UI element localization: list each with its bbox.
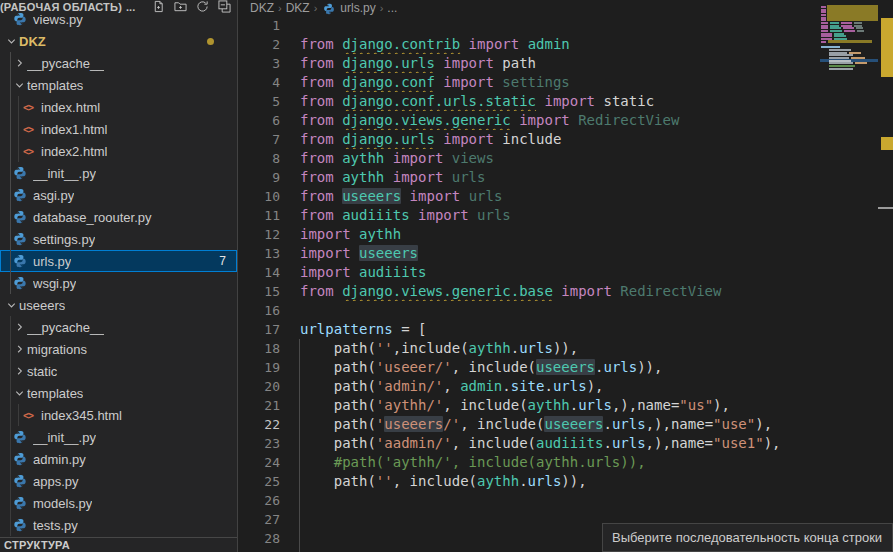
- code-line-9[interactable]: 9from aythh import urls: [238, 168, 893, 187]
- line-number[interactable]: 10: [238, 187, 300, 206]
- code-line-13[interactable]: 13import useeers: [238, 244, 893, 263]
- tree-item-tests.py[interactable]: tests.py: [0, 514, 237, 536]
- breadcrumb-item[interactable]: urls.py: [340, 1, 375, 15]
- line-number[interactable]: 19: [238, 358, 300, 377]
- code-line-15[interactable]: 15from django.views.generic.base import …: [238, 282, 893, 301]
- tree-item-database_roouter.py[interactable]: database_roouter.py: [0, 206, 237, 228]
- tree-item-templates[interactable]: templates: [0, 74, 237, 96]
- code-line-26[interactable]: 26: [238, 491, 893, 510]
- tree-item-index2.html[interactable]: <>index2.html: [0, 140, 237, 162]
- new-file-icon[interactable]: [152, 0, 165, 13]
- code-line-8[interactable]: 8from aythh import views: [238, 149, 893, 168]
- chevron-right-icon[interactable]: [12, 322, 27, 333]
- line-number[interactable]: 11: [238, 206, 300, 225]
- line-number[interactable]: 9: [238, 168, 300, 187]
- sidebar-resize-sash[interactable]: [237, 0, 238, 552]
- line-number[interactable]: 1: [238, 16, 300, 35]
- line-number[interactable]: 12: [238, 225, 300, 244]
- tree-item-__pycache__[interactable]: __pycache__: [0, 316, 237, 338]
- tree-item-__init__.py[interactable]: __init__.py: [0, 162, 237, 184]
- line-number[interactable]: 17: [238, 320, 300, 339]
- chevron-right-icon[interactable]: [12, 344, 27, 355]
- code-line-19[interactable]: 19 path('useeer/', include(useeers.urls)…: [238, 358, 893, 377]
- line-number[interactable]: 28: [238, 529, 300, 548]
- breadcrumb-item[interactable]: DKZ: [250, 1, 274, 15]
- line-number[interactable]: 3: [238, 54, 300, 73]
- line-number[interactable]: 23: [238, 434, 300, 453]
- breadcrumb-item[interactable]: ...: [387, 1, 397, 15]
- code-line-11[interactable]: 11from audiiits import urls: [238, 206, 893, 225]
- new-folder-icon[interactable]: [174, 0, 187, 13]
- code-line-21[interactable]: 21 path('aythh/', include(aythh.urls,),n…: [238, 396, 893, 415]
- line-number[interactable]: 18: [238, 339, 300, 358]
- line-number[interactable]: 6: [238, 111, 300, 130]
- line-number[interactable]: 21: [238, 396, 300, 415]
- minimap[interactable]: [820, 0, 878, 552]
- code-line-18[interactable]: 18 path('',include(aythh.urls)),: [238, 339, 893, 358]
- tree-item-admin.py[interactable]: admin.py: [0, 448, 237, 470]
- chevron-down-icon[interactable]: [12, 80, 27, 91]
- breadcrumb-item[interactable]: DKZ: [286, 1, 310, 15]
- chevron-down-icon[interactable]: [4, 300, 19, 311]
- code-line-24[interactable]: 24 #path('aythh/', include(aythh.urls)),: [238, 453, 893, 472]
- code-line-1[interactable]: 1: [238, 16, 893, 35]
- code-line-17[interactable]: 17urlpatterns = [: [238, 320, 893, 339]
- line-number[interactable]: 7: [238, 130, 300, 149]
- tree-item-__init__.py[interactable]: __init__.py: [0, 426, 237, 448]
- line-number[interactable]: 26: [238, 491, 300, 510]
- code-line-16[interactable]: 16: [238, 301, 893, 320]
- tree-item-wsgi.py[interactable]: wsgi.py: [0, 272, 237, 294]
- line-number[interactable]: 20: [238, 377, 300, 396]
- tree-item-DKZ[interactable]: DKZ: [0, 30, 237, 52]
- code-line-22[interactable]: 22 path('useeers/', include(useeers.urls…: [238, 415, 893, 434]
- tree-item-useeers[interactable]: useeers: [0, 294, 237, 316]
- tree-item-index1.html[interactable]: <>index1.html: [0, 118, 237, 140]
- code-line-14[interactable]: 14import audiiits: [238, 263, 893, 282]
- tree-item-models.py[interactable]: models.py: [0, 492, 237, 514]
- line-number[interactable]: 22: [238, 415, 300, 434]
- chevron-right-icon[interactable]: [12, 58, 27, 69]
- line-number[interactable]: 13: [238, 244, 300, 263]
- explorer-section-header[interactable]: (РАБОЧАЯ ОБЛАСТЬ) ...: [0, 0, 237, 13]
- code-line-20[interactable]: 20 path('admin/', admin.site.urls),: [238, 377, 893, 396]
- tree-item-apps.py[interactable]: apps.py: [0, 470, 237, 492]
- tree-item-index345.html[interactable]: <>index345.html: [0, 404, 237, 426]
- code-line-7[interactable]: 7from django.urls import include: [238, 130, 893, 149]
- line-number[interactable]: 16: [238, 301, 300, 320]
- code-line-2[interactable]: 2from django.contrib import admin: [238, 35, 893, 54]
- code-line-5[interactable]: 5from django.conf.urls.static import sta…: [238, 92, 893, 111]
- line-number[interactable]: 14: [238, 263, 300, 282]
- code-line-12[interactable]: 12import aythh: [238, 225, 893, 244]
- code-line-10[interactable]: 10from useeers import urls: [238, 187, 893, 206]
- line-number[interactable]: 8: [238, 149, 300, 168]
- line-number[interactable]: 25: [238, 472, 300, 491]
- line-number[interactable]: 2: [238, 35, 300, 54]
- line-number[interactable]: 27: [238, 510, 300, 529]
- code-area[interactable]: 12from django.contrib import admin3from …: [238, 16, 893, 548]
- code-line-4[interactable]: 4from django.conf import settings: [238, 73, 893, 92]
- tree-item-templates[interactable]: templates: [0, 382, 237, 404]
- more-actions-icon[interactable]: ...: [126, 1, 135, 13]
- chevron-down-icon[interactable]: [12, 388, 27, 399]
- chevron-down-icon[interactable]: [4, 36, 19, 47]
- tree-item-static[interactable]: static: [0, 360, 237, 382]
- tree-item-__pycache__[interactable]: __pycache__: [0, 52, 237, 74]
- code-line-25[interactable]: 25 path('', include(aythh.urls)),: [238, 472, 893, 491]
- code-line-6[interactable]: 6from django.views.generic import Redire…: [238, 111, 893, 130]
- overview-ruler[interactable]: [878, 0, 893, 552]
- tree-item-asgi.py[interactable]: asgi.py: [0, 184, 237, 206]
- code-line-3[interactable]: 3from django.urls import path: [238, 54, 893, 73]
- code-line-23[interactable]: 23 path('aadmin/', include(audiiits.urls…: [238, 434, 893, 453]
- collapse-all-icon[interactable]: [218, 0, 231, 13]
- line-number[interactable]: 4: [238, 73, 300, 92]
- line-number[interactable]: 15: [238, 282, 300, 301]
- tree-item-settings.py[interactable]: settings.py: [0, 228, 237, 250]
- tree-item-index.html[interactable]: <>index.html: [0, 96, 237, 118]
- refresh-icon[interactable]: [196, 0, 209, 13]
- tree-item-urls.py[interactable]: urls.py7: [0, 250, 237, 272]
- tree-item-migrations[interactable]: migrations: [0, 338, 237, 360]
- outline-section-header[interactable]: СТРУКТУРА: [0, 537, 237, 552]
- chevron-right-icon[interactable]: [12, 366, 27, 377]
- line-number[interactable]: 5: [238, 92, 300, 111]
- line-number[interactable]: 24: [238, 453, 300, 472]
